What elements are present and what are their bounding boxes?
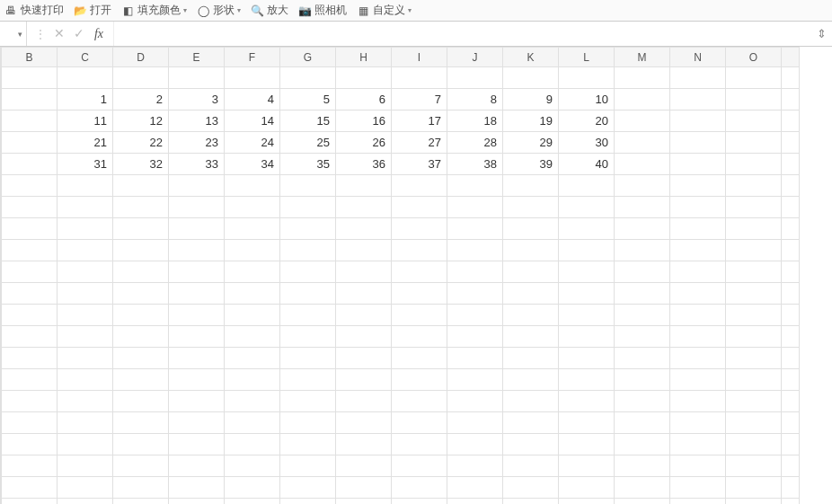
cell[interactable] bbox=[726, 305, 782, 326]
cell[interactable] bbox=[2, 434, 58, 455]
cell[interactable] bbox=[113, 412, 169, 434]
cell[interactable]: 33 bbox=[169, 154, 225, 175]
cell[interactable] bbox=[336, 218, 392, 240]
column-header-O[interactable]: O bbox=[726, 48, 782, 67]
cell[interactable]: 5 bbox=[280, 89, 336, 111]
cell[interactable] bbox=[615, 261, 670, 283]
cell[interactable] bbox=[615, 412, 670, 434]
cell[interactable] bbox=[113, 240, 169, 261]
cell[interactable] bbox=[782, 197, 800, 218]
cell[interactable] bbox=[670, 240, 726, 261]
cell[interactable] bbox=[2, 154, 58, 175]
cell[interactable] bbox=[2, 499, 58, 505]
cell[interactable] bbox=[392, 283, 447, 305]
cell[interactable] bbox=[58, 283, 113, 305]
cell[interactable] bbox=[782, 283, 800, 305]
cell[interactable] bbox=[280, 305, 336, 326]
cell[interactable] bbox=[280, 434, 336, 455]
cell[interactable] bbox=[2, 175, 58, 197]
column-header-I[interactable]: I bbox=[392, 48, 447, 67]
cell[interactable] bbox=[169, 305, 225, 326]
cell[interactable]: 16 bbox=[336, 111, 392, 132]
cell[interactable] bbox=[503, 348, 559, 369]
cell[interactable] bbox=[392, 326, 447, 348]
camera-button[interactable]: 📷照相机 bbox=[297, 3, 347, 18]
cell[interactable] bbox=[280, 261, 336, 283]
cell[interactable] bbox=[2, 132, 58, 154]
cell[interactable] bbox=[670, 218, 726, 240]
cell[interactable] bbox=[336, 455, 392, 477]
cell[interactable] bbox=[336, 348, 392, 369]
cell[interactable] bbox=[447, 218, 503, 240]
cell[interactable] bbox=[670, 499, 726, 505]
cell[interactable] bbox=[225, 197, 280, 218]
cell[interactable] bbox=[58, 499, 113, 505]
cell[interactable] bbox=[2, 67, 58, 89]
cell[interactable] bbox=[280, 240, 336, 261]
cell[interactable]: 9 bbox=[503, 89, 559, 111]
cell[interactable] bbox=[615, 499, 670, 505]
cell[interactable] bbox=[782, 412, 800, 434]
cell[interactable] bbox=[2, 305, 58, 326]
cell[interactable]: 23 bbox=[169, 132, 225, 154]
accept-button[interactable]: ✓ bbox=[72, 27, 86, 41]
cell[interactable] bbox=[58, 305, 113, 326]
cell[interactable] bbox=[280, 283, 336, 305]
cell[interactable] bbox=[615, 240, 670, 261]
cell[interactable]: 34 bbox=[225, 154, 280, 175]
cell[interactable] bbox=[113, 434, 169, 455]
cell[interactable] bbox=[503, 477, 559, 499]
cell[interactable] bbox=[169, 412, 225, 434]
cell[interactable] bbox=[280, 412, 336, 434]
cell[interactable]: 26 bbox=[336, 132, 392, 154]
cell[interactable] bbox=[670, 67, 726, 89]
cell[interactable] bbox=[58, 412, 113, 434]
cell[interactable] bbox=[726, 240, 782, 261]
cell[interactable] bbox=[447, 434, 503, 455]
cell[interactable] bbox=[559, 412, 615, 434]
cell[interactable] bbox=[559, 348, 615, 369]
cell[interactable] bbox=[169, 477, 225, 499]
cell[interactable] bbox=[225, 261, 280, 283]
cell[interactable] bbox=[392, 391, 447, 412]
cell[interactable] bbox=[392, 369, 447, 391]
cell[interactable] bbox=[782, 305, 800, 326]
cell[interactable] bbox=[726, 261, 782, 283]
cell[interactable] bbox=[782, 111, 800, 132]
cell[interactable] bbox=[559, 197, 615, 218]
cell[interactable] bbox=[726, 218, 782, 240]
cell[interactable] bbox=[670, 326, 726, 348]
cell[interactable] bbox=[113, 218, 169, 240]
cell[interactable] bbox=[615, 348, 670, 369]
cell[interactable] bbox=[392, 434, 447, 455]
cell[interactable] bbox=[726, 154, 782, 175]
cell[interactable] bbox=[225, 455, 280, 477]
cell[interactable]: 13 bbox=[169, 111, 225, 132]
cell[interactable] bbox=[503, 283, 559, 305]
cell[interactable] bbox=[58, 197, 113, 218]
cell[interactable] bbox=[2, 111, 58, 132]
cell[interactable] bbox=[58, 261, 113, 283]
cell[interactable] bbox=[113, 499, 169, 505]
cell[interactable] bbox=[559, 434, 615, 455]
cell[interactable] bbox=[113, 175, 169, 197]
cell[interactable] bbox=[113, 455, 169, 477]
cell[interactable] bbox=[58, 391, 113, 412]
cell[interactable] bbox=[726, 197, 782, 218]
cell[interactable] bbox=[2, 261, 58, 283]
cell[interactable]: 27 bbox=[392, 132, 447, 154]
cell[interactable] bbox=[559, 240, 615, 261]
cell[interactable] bbox=[392, 67, 447, 89]
cell[interactable] bbox=[392, 455, 447, 477]
cell[interactable] bbox=[726, 391, 782, 412]
cell[interactable] bbox=[113, 283, 169, 305]
cell[interactable] bbox=[280, 197, 336, 218]
cell[interactable] bbox=[503, 175, 559, 197]
cell[interactable]: 30 bbox=[559, 132, 615, 154]
cell[interactable] bbox=[169, 391, 225, 412]
cell[interactable] bbox=[447, 348, 503, 369]
cell[interactable] bbox=[782, 391, 800, 412]
cell[interactable] bbox=[280, 175, 336, 197]
cell[interactable] bbox=[2, 197, 58, 218]
cell[interactable] bbox=[782, 218, 800, 240]
